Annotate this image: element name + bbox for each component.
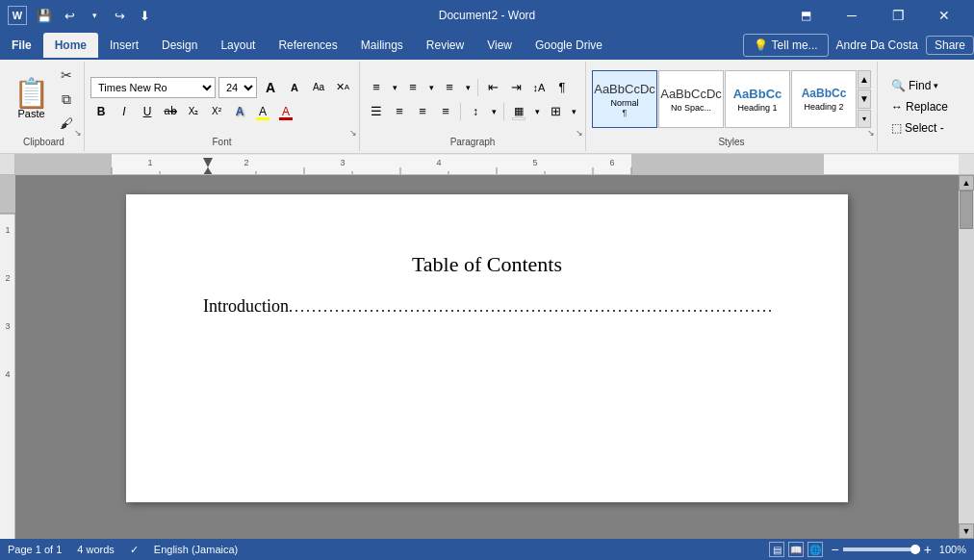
style-heading1[interactable]: AaBbCc Heading 1 (725, 70, 790, 128)
close-button[interactable]: ✕ (922, 0, 966, 31)
web-layout-button[interactable]: 🌐 (807, 542, 823, 557)
font-size-select[interactable]: 24 (218, 77, 257, 98)
increase-indent-button[interactable]: ⇥ (505, 77, 526, 98)
restore-button[interactable]: ❐ (876, 0, 920, 31)
styles-expand-icon[interactable]: ↘ (867, 128, 875, 138)
bold-button[interactable]: B (90, 101, 112, 122)
tab-view[interactable]: View (475, 33, 524, 58)
font-expand-icon[interactable]: ↘ (349, 128, 357, 138)
tab-home[interactable]: Home (43, 33, 98, 58)
subscript-button[interactable]: X₂ (183, 101, 204, 122)
styles-scroll-down[interactable]: ▼ (858, 89, 871, 108)
svg-text:4: 4 (436, 158, 441, 167)
undo-dropdown-button[interactable]: ▾ (83, 4, 106, 27)
decrease-indent-button[interactable]: ⇤ (482, 77, 503, 98)
multilevel-button[interactable]: ≡ (439, 77, 460, 98)
replace-button[interactable]: ↔ Replace (887, 98, 955, 115)
highlight-button[interactable]: A (252, 101, 273, 122)
user-name[interactable]: Andre Da Costa (836, 38, 918, 52)
proofing-icon: ✓ (130, 544, 139, 556)
sort-button[interactable]: ↕A (528, 77, 550, 98)
style-normal[interactable]: AaBbCcDc Normal ¶ (592, 70, 657, 128)
zoom-control: − + 100% (831, 542, 966, 557)
line-spacing-button[interactable]: ↕ (465, 101, 486, 122)
minimize-button[interactable]: ─ (830, 0, 874, 31)
style-nospace-preview: AaBbCcDc (660, 87, 722, 101)
font-group: Times New Ro 24 A A Aa ✕A B I U ab̶ X₂ X… (85, 62, 360, 151)
editing-group: 🔍 Find ▾ ↔ Replace ⬚ Select - Editing (878, 62, 964, 151)
numbering-dropdown[interactable]: ▾ (425, 77, 437, 98)
undo-button[interactable]: ↩ (58, 4, 81, 27)
font-shrink-button[interactable]: A (284, 77, 305, 98)
justify-button[interactable]: ≡ (435, 101, 456, 122)
shading-dropdown[interactable]: ▾ (531, 101, 543, 122)
document-area[interactable]: Table of Contents Introduction .........… (15, 175, 959, 539)
change-case-button[interactable]: Aa (308, 77, 329, 98)
tab-review[interactable]: Review (415, 33, 475, 58)
ruler-right (959, 154, 974, 174)
borders-button[interactable]: ⊞ (545, 101, 566, 122)
paragraph-expand-icon[interactable]: ↘ (576, 128, 583, 138)
style-no-spacing[interactable]: AaBbCcDc No Spac... (658, 70, 724, 128)
save-button[interactable]: 💾 (33, 4, 56, 27)
vertical-scrollbar: ▲ ▼ (959, 175, 974, 539)
find-button[interactable]: 🔍 Find ▾ (887, 77, 955, 94)
align-left-button[interactable]: ☰ (366, 101, 387, 122)
clipboard-expand-icon[interactable]: ↘ (74, 128, 82, 138)
tell-me-input[interactable]: 💡 Tell me... (743, 34, 829, 57)
scrollbar-thumb[interactable] (960, 191, 973, 229)
select-button[interactable]: ⬚ Select - (887, 119, 955, 137)
show-paragraph-button[interactable]: ¶ (551, 77, 573, 98)
scroll-down-button[interactable]: ▼ (959, 523, 974, 539)
text-effects-button[interactable]: A (229, 101, 250, 122)
font-grow-button[interactable]: A (260, 77, 281, 98)
redo-button[interactable]: ↪ (108, 4, 131, 27)
styles-scroll-up[interactable]: ▲ (858, 70, 871, 89)
font-label: Font (90, 135, 353, 149)
scroll-up-button[interactable]: ▲ (959, 175, 974, 191)
font-color-button[interactable]: A (275, 101, 296, 122)
customize-qa-button[interactable]: ⬇ (133, 4, 156, 27)
align-center-button[interactable]: ≡ (389, 101, 410, 122)
align-right-button[interactable]: ≡ (412, 101, 433, 122)
read-mode-button[interactable]: 📖 (788, 542, 804, 557)
copy-button[interactable]: ⧉ (55, 88, 78, 111)
borders-dropdown[interactable]: ▾ (568, 101, 579, 122)
tab-design[interactable]: Design (150, 33, 209, 58)
cut-button[interactable]: ✂ (55, 64, 78, 87)
underline-button[interactable]: U (137, 101, 158, 122)
font-controls: Times New Ro 24 A A Aa ✕A B I U ab̶ X₂ X… (90, 64, 353, 135)
bullets-dropdown[interactable]: ▾ (389, 77, 400, 98)
numbering-button[interactable]: ≡ (402, 77, 423, 98)
ribbon-display-button[interactable]: ⬒ (783, 0, 828, 31)
style-heading2[interactable]: AaBbCc Heading 2 (791, 70, 857, 128)
print-layout-button[interactable]: ▤ (769, 542, 784, 557)
strikethrough-button[interactable]: ab̶ (160, 101, 181, 122)
tab-file[interactable]: File (0, 33, 43, 58)
styles-group: AaBbCcDc Normal ¶ AaBbCcDc No Spac... Aa… (586, 62, 878, 151)
tab-google-drive[interactable]: Google Drive (524, 33, 614, 58)
clear-formatting-button[interactable]: ✕A (332, 77, 353, 98)
font-row1: Times New Ro 24 A A Aa ✕A (90, 77, 353, 98)
bullets-button[interactable]: ≡ (366, 77, 387, 98)
shading-button[interactable]: ▦ (508, 101, 529, 122)
multilevel-dropdown[interactable]: ▾ (462, 77, 474, 98)
ruler-area: 1 2 3 4 5 6 (0, 154, 974, 175)
share-button[interactable]: Share (926, 36, 974, 55)
zoom-slider-thumb[interactable] (910, 545, 920, 554)
paste-button[interactable]: 📋 Paste (10, 77, 53, 121)
line-spacing-dropdown[interactable]: ▾ (488, 101, 500, 122)
scrollbar-track[interactable] (959, 191, 974, 523)
styles-expand[interactable]: ▾ (858, 110, 871, 128)
italic-button[interactable]: I (114, 101, 135, 122)
zoom-slider-track[interactable] (843, 547, 920, 551)
zoom-out-button[interactable]: − (831, 542, 838, 557)
zoom-in-button[interactable]: + (924, 542, 932, 557)
font-name-select[interactable]: Times New Ro (90, 77, 216, 98)
tab-references[interactable]: References (267, 33, 348, 58)
tab-insert[interactable]: Insert (98, 33, 150, 58)
divider3 (503, 103, 504, 120)
superscript-button[interactable]: X² (206, 101, 227, 122)
tab-layout[interactable]: Layout (209, 33, 267, 58)
tab-mailings[interactable]: Mailings (349, 33, 415, 58)
